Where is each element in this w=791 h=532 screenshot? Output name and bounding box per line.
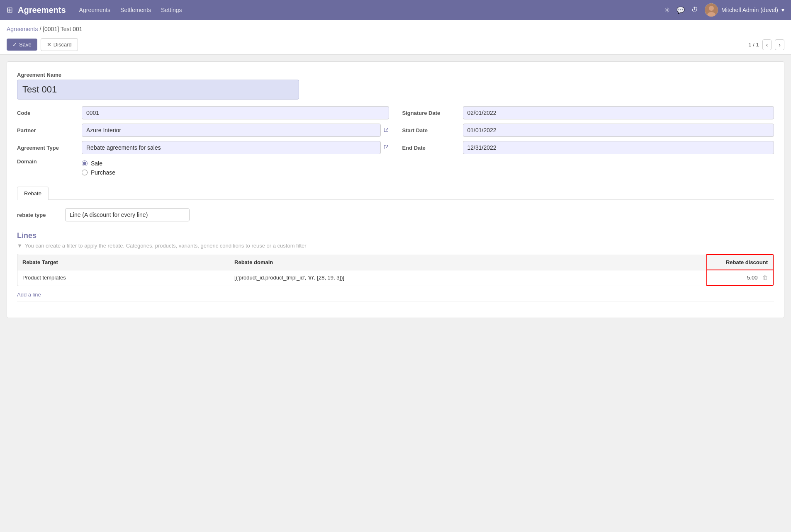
pager: 1 / 1 ‹ › [748,39,784,50]
chat-icon[interactable]: 💬 [677,6,685,14]
user-dropdown-icon: ▾ [781,7,784,13]
delete-row-icon[interactable]: 🗑 [762,275,768,281]
lines-title: Lines [17,231,774,240]
domain-purchase-option[interactable]: Purchase [82,169,389,176]
pager-count: 1 / 1 [748,41,759,48]
main-content: Agreement Name Code Partner Azure Interi… [0,55,791,325]
partner-external-link-icon[interactable] [383,127,389,134]
end-date-label: End Date [402,145,456,151]
code-input[interactable] [82,106,389,119]
col-rebate-discount: Rebate discount [707,255,773,270]
x-icon: ✕ [47,41,51,48]
start-date-input[interactable] [463,124,774,137]
user-name: Mitchell Admin (devel) [721,7,778,13]
partner-select[interactable]: Azure Interior [82,124,381,137]
rebate-type-select[interactable]: Line (A discount for every line) Global … [65,208,190,221]
nav-links: Agreements Settlements Settings [79,7,664,13]
toolbar: ✓ Save ✕ Discard 1 / 1 ‹ › [7,35,784,54]
discard-button[interactable]: ✕ Discard [41,38,78,51]
rebate-type-row: rebate type Line (A discount for every l… [17,208,774,221]
lines-hint: ▼ You can create a filter to apply the r… [17,243,774,249]
table-row: Product templates [('product_id.product_… [17,270,773,285]
domain-sale-radio[interactable] [82,160,88,166]
row-target: Product templates [17,270,229,285]
tab-bar: Rebate [17,187,774,200]
agreement-name-label: Agreement Name [17,72,774,78]
agreement-name-input[interactable] [17,80,299,100]
grid-icon[interactable]: ⊞ [7,5,13,15]
signature-date-label: Signature Date [402,110,456,116]
col-rebate-domain: Rebate domain [229,255,707,270]
lines-section: Lines ▼ You can create a filter to apply… [17,231,774,298]
breadcrumb: Agreements / [0001] Test 001 [7,23,784,35]
filter-icon: ▼ [17,243,22,249]
lines-hint-text: You can create a filter to apply the reb… [25,243,307,249]
start-date-label: Start Date [402,127,456,134]
clock-icon[interactable]: ⏱ [691,6,698,14]
row-domain: [('product_id.product_tmpl_id', 'in', [2… [229,270,707,285]
pager-prev[interactable]: ‹ [762,39,772,50]
page-header: Agreements / [0001] Test 001 ✓ Save ✕ Di… [0,20,791,55]
lines-table: Rebate Target Rebate domain Rebate disco… [17,254,774,286]
agreement-type-select[interactable]: Rebate agreements for sales [82,141,381,154]
domain-sale-option[interactable]: Sale [82,160,389,167]
breadcrumb-current: [0001] Test 001 [43,26,82,32]
scroll-area [17,301,774,308]
domain-label: Domain [17,158,75,165]
rebate-type-label: rebate type [17,212,58,218]
svg-point-1 [709,6,714,11]
app-title: Agreements [18,5,66,15]
save-button[interactable]: ✓ Save [7,39,37,51]
col-rebate-target: Rebate Target [17,255,229,270]
checkmark-icon: ✓ [12,41,17,48]
tab-rebate[interactable]: Rebate [17,187,49,200]
bug-icon[interactable]: ✳ [664,6,670,14]
signature-date-input[interactable] [463,106,774,119]
agreement-name-group: Agreement Name [17,72,774,100]
pager-next[interactable]: › [775,39,784,50]
partner-field-row: Azure Interior [82,124,389,137]
code-label: Code [17,110,75,116]
agreement-type-label: Agreement Type [17,145,75,151]
domain-purchase-label: Purchase [91,169,115,176]
topnav: ⊞ Agreements Agreements Settlements Sett… [0,0,791,20]
form-left: Code Partner Azure Interior [17,106,389,180]
domain-radio-group: Sale Purchase [82,158,389,176]
lines-table-container: Rebate Target Rebate domain Rebate disco… [17,254,774,286]
form-two-col: Code Partner Azure Interior [17,106,774,180]
row-discount: 5.00 🗑 [707,270,773,285]
breadcrumb-parent[interactable]: Agreements [7,26,38,32]
nav-agreements[interactable]: Agreements [79,7,110,13]
avatar [705,3,718,17]
nav-settlements[interactable]: Settlements [120,7,151,13]
domain-sale-label: Sale [91,160,102,167]
add-line-link[interactable]: Add a line [17,292,41,298]
agreement-type-external-link-icon[interactable] [383,144,389,151]
topnav-right: ✳ 💬 ⏱ Mitchell Admin (devel) ▾ [664,3,784,17]
form-right: Signature Date Start Date End Date [402,106,774,180]
nav-settings[interactable]: Settings [161,7,182,13]
partner-label: Partner [17,127,75,134]
end-date-input[interactable] [463,141,774,154]
form-card: Agreement Name Code Partner Azure Interi… [7,61,784,318]
domain-purchase-radio[interactable] [82,170,88,175]
user-menu[interactable]: Mitchell Admin (devel) ▾ [705,3,784,17]
